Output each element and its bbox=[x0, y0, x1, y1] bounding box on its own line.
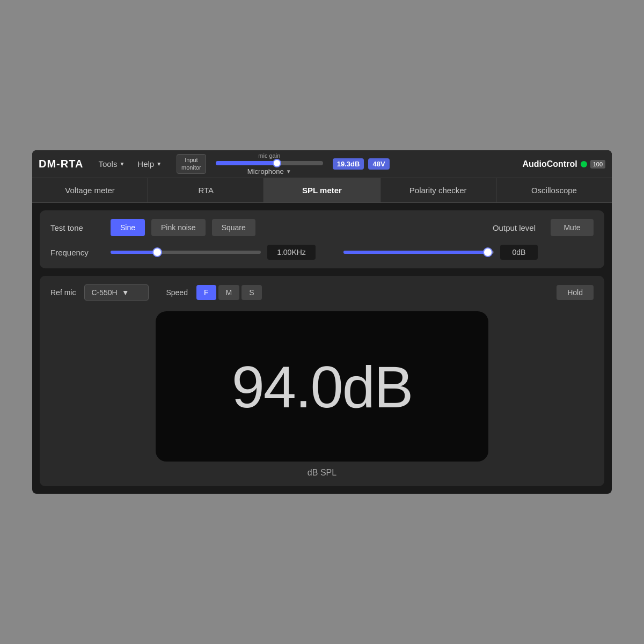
microphone-dropdown-icon: ▼ bbox=[286, 169, 291, 174]
square-button[interactable]: Square bbox=[212, 219, 255, 236]
app-title: DM-RTA bbox=[39, 158, 83, 170]
frequency-slider-fill bbox=[111, 251, 156, 254]
mic-gain-label: mic gain bbox=[258, 152, 280, 159]
mic-gain-fill bbox=[216, 161, 275, 165]
help-menu[interactable]: Help ▼ bbox=[133, 157, 166, 171]
frequency-label: Frequency bbox=[50, 248, 104, 257]
ref-mic-dropdown-icon: ▼ bbox=[122, 288, 129, 297]
level-display[interactable] bbox=[500, 245, 538, 260]
input-monitor-button[interactable]: Inputmonitor bbox=[177, 154, 206, 173]
hold-button[interactable]: Hold bbox=[557, 285, 594, 300]
mute-button[interactable]: Mute bbox=[551, 219, 594, 236]
phantom-power-badge[interactable]: 48V bbox=[368, 158, 389, 170]
app-container: DM-RTA Tools ▼ Help ▼ Inputmonitor mic g… bbox=[32, 150, 612, 494]
tab-voltage-meter[interactable]: Voltage meter bbox=[32, 178, 148, 202]
frequency-display[interactable] bbox=[267, 245, 316, 260]
ref-mic-select[interactable]: C-550H ▼ bbox=[84, 284, 149, 301]
status-indicator-icon bbox=[581, 161, 587, 167]
top-bar: DM-RTA Tools ▼ Help ▼ Inputmonitor mic g… bbox=[32, 150, 612, 178]
speed-label: Speed bbox=[166, 288, 187, 297]
spl-section: Ref mic C-550H ▼ Speed F M S Hold 94.0dB… bbox=[40, 276, 604, 486]
spl-value: 94.0dB bbox=[232, 353, 413, 421]
speed-f-button[interactable]: F bbox=[196, 285, 216, 300]
tools-menu[interactable]: Tools ▼ bbox=[94, 157, 129, 171]
tab-spl-meter[interactable]: SPL meter bbox=[264, 178, 380, 202]
sine-button[interactable]: Sine bbox=[111, 219, 145, 236]
tab-bar: Voltage meter RTA SPL meter Polarity che… bbox=[32, 178, 612, 203]
spl-unit-label: dB SPL bbox=[50, 468, 594, 478]
tools-arrow-icon: ▼ bbox=[119, 161, 125, 167]
pink-noise-button[interactable]: Pink noise bbox=[151, 219, 206, 236]
level-slider-knob bbox=[483, 247, 493, 257]
db-value-badge[interactable]: 19.3dB bbox=[333, 158, 364, 170]
frequency-slider-knob bbox=[152, 247, 162, 257]
test-tone-row: Test tone Sine Pink noise Square Output … bbox=[50, 219, 594, 236]
tools-label: Tools bbox=[98, 159, 117, 169]
tab-oscilloscope[interactable]: Oscilloscope bbox=[496, 178, 612, 202]
frequency-slider[interactable] bbox=[111, 251, 261, 254]
spl-display-wrapper: 94.0dB bbox=[50, 311, 594, 462]
mic-gain-knob bbox=[273, 159, 281, 167]
level-slider-fill bbox=[343, 251, 486, 254]
spl-display: 94.0dB bbox=[156, 311, 488, 462]
brand-name: AudioControl bbox=[522, 159, 577, 169]
tab-rta[interactable]: RTA bbox=[148, 178, 264, 202]
microphone-select[interactable]: Microphone ▼ bbox=[247, 167, 291, 175]
microphone-label: Microphone bbox=[247, 167, 284, 175]
level-slider[interactable] bbox=[343, 251, 494, 254]
spl-controls-row: Ref mic C-550H ▼ Speed F M S Hold bbox=[50, 284, 594, 301]
speed-m-button[interactable]: M bbox=[218, 285, 240, 300]
output-level-label: Output level bbox=[493, 223, 536, 232]
mic-gain-area: mic gain Microphone ▼ bbox=[210, 152, 328, 175]
help-arrow-icon: ▼ bbox=[156, 161, 162, 167]
ref-mic-value: C-550H bbox=[91, 288, 117, 297]
test-tone-section: Test tone Sine Pink noise Square Output … bbox=[40, 210, 604, 268]
frequency-row: Frequency bbox=[50, 245, 594, 260]
speed-s-button[interactable]: S bbox=[241, 285, 261, 300]
mic-gain-slider[interactable] bbox=[216, 161, 323, 165]
tab-polarity-checker[interactable]: Polarity checker bbox=[380, 178, 496, 202]
help-label: Help bbox=[137, 159, 154, 169]
brand-area: AudioControl 100 bbox=[522, 159, 605, 169]
test-tone-label: Test tone bbox=[50, 223, 104, 232]
ref-mic-label: Ref mic bbox=[50, 288, 76, 297]
brand-badge: 100 bbox=[590, 160, 605, 169]
speed-buttons: F M S bbox=[196, 285, 262, 300]
